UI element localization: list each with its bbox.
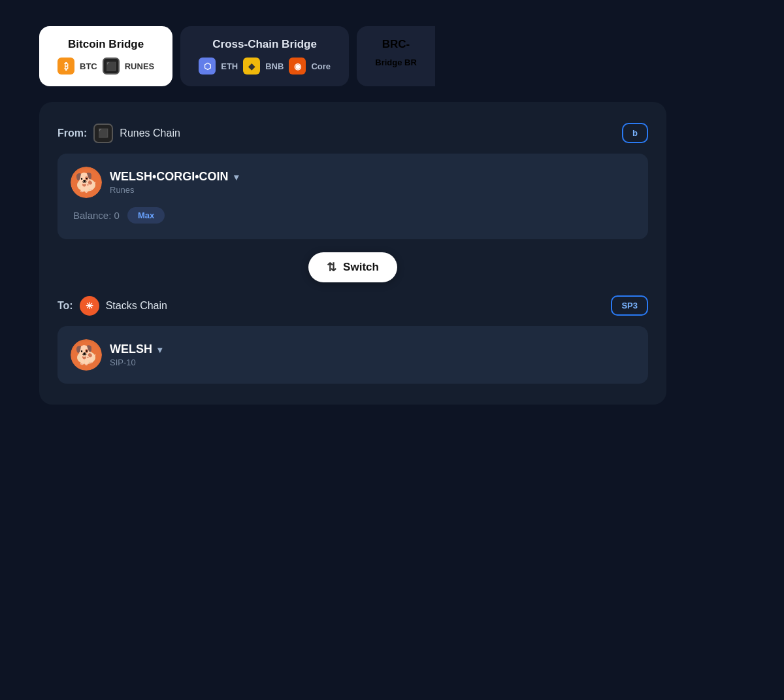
from-chain-row: From: ⬛ Runes Chain b (57, 123, 648, 143)
from-chain-left: From: ⬛ Runes Chain (57, 124, 180, 143)
tab-bitcoin-bridge-icons: ₿ BTC ⬛ RUNES (57, 58, 154, 75)
from-token-avatar (71, 167, 102, 198)
from-address-badge[interactable]: b (622, 123, 648, 143)
to-token-name-text: WELSH (110, 342, 152, 356)
from-token-chevron: ▾ (234, 172, 238, 182)
core-label: Core (311, 61, 331, 71)
tab-cross-chain-icons: ⬡ ETH ◆ BNB ◉ Core (199, 58, 331, 75)
eth-icon: ⬡ (199, 58, 216, 75)
to-token-name: WELSH ▾ (110, 342, 162, 356)
tab-brc-icons: Bridge BR (375, 58, 417, 67)
to-token-info: WELSH ▾ SIP-10 (110, 342, 162, 367)
to-token-avatar (71, 339, 102, 371)
tab-row: Bitcoin Bridge ₿ BTC ⬛ RUNES Cross-Chain… (39, 26, 784, 86)
from-chain-icon: ⬛ (93, 124, 113, 143)
to-chain-left: To: ✳ Stacks Chain (57, 296, 167, 316)
to-token-chevron: ▾ (157, 344, 162, 355)
balance-row: Balance: 0 Max (71, 198, 635, 226)
switch-arrows-icon: ⇅ (327, 260, 336, 275)
to-chain-name: Stacks Chain (106, 300, 167, 312)
from-token-name-text: WELSH•CORGI•COIN (110, 170, 229, 184)
from-token-type: Runes (110, 185, 238, 195)
tab-brc-title: BRC- (375, 38, 417, 51)
btc-icon: ₿ (57, 58, 74, 75)
core-icon: ◉ (289, 58, 306, 75)
stacks-chain-icon: ✳ (80, 296, 99, 316)
to-chain-row: To: ✳ Stacks Chain SP3 (57, 295, 648, 316)
switch-button[interactable]: ⇅ Switch (308, 252, 397, 282)
from-label: From: (57, 127, 87, 139)
tab-bitcoin-bridge-title: Bitcoin Bridge (57, 38, 154, 51)
balance-text: Balance: 0 (73, 210, 120, 221)
from-token-selector[interactable]: WELSH•CORGI•COIN ▾ Runes (71, 167, 238, 198)
runes-icon: ⬛ (103, 58, 120, 75)
corgi-icon (71, 167, 102, 198)
max-button[interactable]: Max (127, 207, 165, 224)
bridge-panel: From: ⬛ Runes Chain b WELSH•CORGI•COIN ▾… (39, 102, 666, 405)
corgi-icon-to (71, 339, 102, 371)
tab-brc[interactable]: BRC- Bridge BR (357, 26, 435, 86)
from-chain-name: Runes Chain (120, 127, 180, 139)
eth-label: ETH (221, 61, 238, 71)
tab-brc-subtitle: Bridge BR (375, 58, 417, 67)
to-token-box: WELSH ▾ SIP-10 (57, 326, 648, 384)
bnb-label: BNB (265, 61, 284, 71)
btc-label: BTC (80, 61, 97, 71)
to-address-badge[interactable]: SP3 (611, 295, 648, 316)
switch-label: Switch (343, 261, 379, 274)
from-token-box: WELSH•CORGI•COIN ▾ Runes Balance: 0 Max (57, 154, 648, 239)
to-token-selector[interactable]: WELSH ▾ SIP-10 (71, 339, 162, 371)
to-token-type: SIP-10 (110, 358, 162, 367)
to-label: To: (57, 300, 73, 312)
tab-cross-chain-bridge[interactable]: Cross-Chain Bridge ⬡ ETH ◆ BNB ◉ Core (180, 26, 349, 86)
runes-label: RUNES (125, 61, 155, 71)
bnb-icon: ◆ (243, 58, 260, 75)
tab-cross-chain-bridge-title: Cross-Chain Bridge (199, 38, 331, 51)
tab-bitcoin-bridge[interactable]: Bitcoin Bridge ₿ BTC ⬛ RUNES (39, 26, 172, 86)
from-token-name: WELSH•CORGI•COIN ▾ (110, 170, 238, 184)
from-token-info: WELSH•CORGI•COIN ▾ Runes (110, 170, 238, 195)
switch-row: ⇅ Switch (57, 252, 648, 282)
